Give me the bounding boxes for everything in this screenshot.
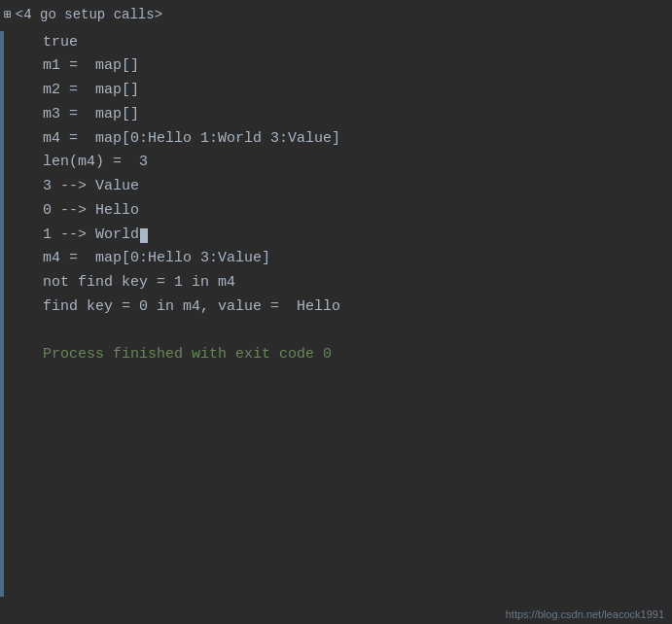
line-not-find: not find key = 1 in m4	[43, 271, 660, 295]
line-1-world: 1 --> World	[43, 224, 660, 248]
expand-icon[interactable]: ⊞	[4, 7, 12, 24]
line-empty	[43, 320, 660, 344]
line-3-value: 3 --> Value	[43, 175, 660, 199]
line-m2: m2 = map[]	[43, 79, 660, 103]
line-process: Process finished with exit code 0	[43, 343, 660, 367]
line-m4-full: m4 = map[0:Hello 1:World 3:Value]	[43, 127, 660, 152]
line-find: find key = 0 in m4, value = Hello	[43, 295, 660, 320]
line-m4-partial: m4 = map[0:Hello 3:Value]	[43, 247, 660, 271]
header-title: <4 go setup calls>	[16, 6, 162, 25]
header-bar: ⊞ <4 go setup calls>	[0, 4, 672, 29]
line-m1: m1 = map[]	[43, 54, 660, 79]
watermark: https://blog.csdn.net/leacock1991	[506, 608, 664, 620]
terminal-container: ⊞ <4 go setup calls> true m1 = map[] m2 …	[0, 0, 672, 624]
line-len: len(m4) = 3	[43, 151, 660, 175]
line-m3: m3 = map[]	[43, 103, 660, 127]
left-bar	[0, 31, 4, 597]
content-area: true m1 = map[] m2 = map[] m3 = map[] m4…	[0, 29, 672, 370]
cursor	[140, 228, 148, 243]
line-0-hello: 0 --> Hello	[43, 199, 660, 224]
line-true: true	[43, 31, 660, 55]
